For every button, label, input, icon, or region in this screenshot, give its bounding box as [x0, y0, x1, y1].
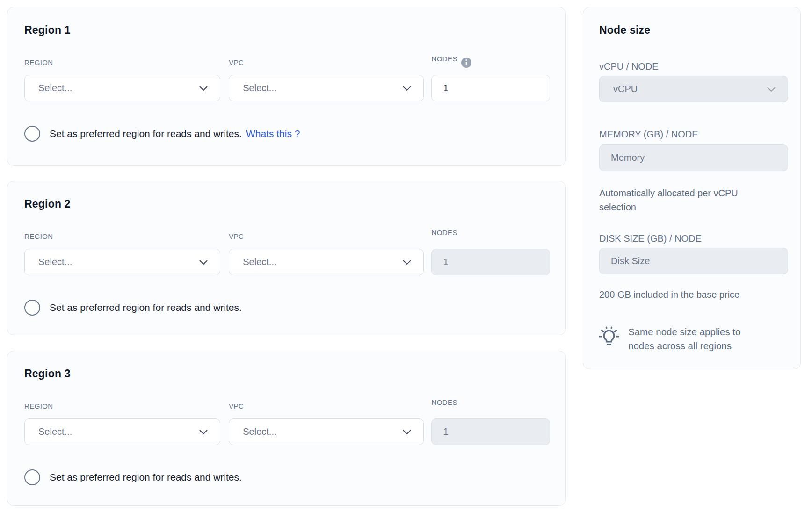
nodes-label-row: NODES — [431, 58, 550, 67]
vcpu-select: vCPU — [599, 76, 788, 102]
region-select-value: Select... — [38, 83, 72, 94]
lightbulb-icon — [597, 326, 621, 349]
nodes-input-label: NODES — [431, 398, 457, 407]
memory-help-text: Automatically allocated per vCPU selecti… — [599, 186, 777, 214]
disk-size-input-label: DISK SIZE (GB) / NODE — [599, 233, 787, 244]
region-3-vpc-select[interactable]: Select... — [229, 418, 424, 445]
chevron-down-icon — [767, 87, 776, 92]
vpc-select-value: Select... — [243, 257, 276, 267]
region-1-nodes-field: NODES — [431, 58, 550, 101]
cluster-config-page: Region 1 REGION Select... VPC Select... … — [0, 0, 812, 518]
vpc-select-value: Select... — [243, 83, 276, 94]
memory-input-label: MEMORY (GB) / NODE — [599, 129, 787, 140]
region-select-value: Select... — [38, 426, 72, 437]
chevron-down-icon — [199, 86, 208, 91]
region-select-label: REGION — [24, 402, 220, 411]
node-size-panel: Node size vCPU / NODE vCPU MEMORY (GB) /… — [583, 7, 801, 369]
region-1-fields: REGION Select... VPC Select... NODES — [24, 58, 550, 101]
region-2-vpc-select[interactable]: Select... — [229, 249, 424, 275]
chevron-down-icon — [199, 430, 208, 435]
nodes-input-label: NODES — [431, 54, 457, 64]
region-2-fields: REGION Select... VPC Select... NODES — [24, 232, 550, 275]
region-1-card: Region 1 REGION Select... VPC Select... … — [7, 7, 566, 166]
region-3-region-field: REGION Select... — [24, 402, 220, 445]
region-1-region-select[interactable]: Select... — [24, 75, 220, 101]
node-size-tip: Same node size applies to nodes across a… — [599, 325, 787, 353]
disk-size-input — [599, 248, 788, 274]
nodes-label-row: NODES — [431, 232, 550, 241]
region-3-fields: REGION Select... VPC Select... NODES — [24, 402, 550, 445]
nodes-input-label: NODES — [431, 228, 457, 237]
region-2-card: Region 2 REGION Select... VPC Select... … — [7, 181, 566, 335]
vcpu-select-value: vCPU — [613, 84, 638, 94]
region-2-vpc-field: VPC Select... — [229, 232, 424, 275]
vpc-select-label: VPC — [229, 402, 424, 411]
region-select-label: REGION — [24, 58, 220, 67]
vcpu-select-label: vCPU / NODE — [599, 61, 787, 72]
region-1-region-field: REGION Select... — [24, 58, 220, 101]
region-1-vpc-field: VPC Select... — [229, 58, 424, 101]
region-2-region-field: REGION Select... — [24, 232, 220, 275]
region-1-vpc-select[interactable]: Select... — [229, 75, 424, 101]
preferred-region-label: Set as preferred region for reads and wr… — [50, 472, 242, 483]
preferred-region-label: Set as preferred region for reads and wr… — [50, 128, 242, 139]
whats-this-link[interactable]: Whats this ? — [246, 128, 300, 139]
region-2-region-select[interactable]: Select... — [24, 249, 220, 275]
vpc-select-label: VPC — [229, 58, 424, 67]
region-3-preferred-row: Set as preferred region for reads and wr… — [24, 469, 550, 485]
region-1-title: Region 1 — [24, 23, 550, 36]
region-2-preferred-row: Set as preferred region for reads and wr… — [24, 300, 550, 316]
vpc-select-label: VPC — [229, 232, 424, 241]
chevron-down-icon — [199, 260, 208, 265]
region-3-nodes-field: NODES — [431, 402, 550, 445]
region-3-title: Region 3 — [24, 367, 550, 380]
region-1-preferred-row: Set as preferred region for reads and wr… — [24, 126, 550, 142]
region-3-region-select[interactable]: Select... — [24, 418, 220, 445]
node-size-title: Node size — [599, 23, 787, 36]
region-select-value: Select... — [38, 257, 72, 267]
region-3-card: Region 3 REGION Select... VPC Select... … — [7, 351, 566, 506]
region-3-vpc-field: VPC Select... — [229, 402, 424, 445]
region-2-nodes-input — [431, 249, 550, 275]
region-1-nodes-input[interactable] — [431, 75, 550, 101]
memory-input — [599, 144, 788, 171]
chevron-down-icon — [403, 260, 411, 265]
region-select-label: REGION — [24, 232, 220, 241]
region-2-title: Region 2 — [24, 197, 550, 210]
vpc-select-value: Select... — [243, 426, 276, 437]
region-3-nodes-input — [431, 418, 550, 445]
preferred-region-radio[interactable] — [24, 300, 40, 316]
nodes-label-row: NODES — [431, 402, 550, 411]
preferred-region-label: Set as preferred region for reads and wr… — [50, 302, 242, 313]
chevron-down-icon — [403, 86, 411, 91]
region-2-nodes-field: NODES — [431, 232, 550, 275]
node-size-tip-text: Same node size applies to nodes across a… — [628, 325, 764, 353]
preferred-region-radio[interactable] — [24, 469, 40, 485]
disk-size-help-text: 200 GB included in the base price — [599, 288, 788, 302]
info-icon[interactable] — [461, 58, 471, 68]
preferred-region-radio[interactable] — [24, 126, 40, 142]
chevron-down-icon — [403, 430, 411, 435]
